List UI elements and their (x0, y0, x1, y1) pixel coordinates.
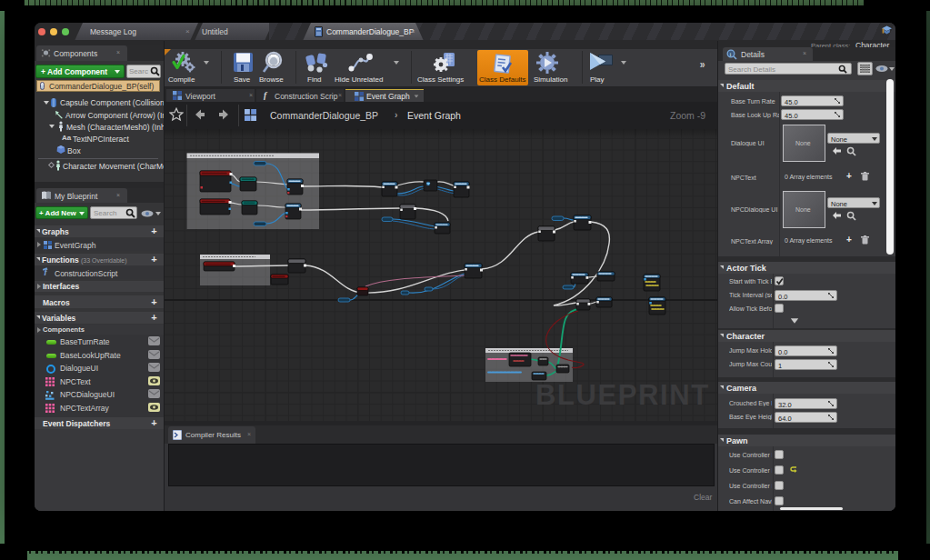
svg-text:i: i (729, 51, 731, 58)
svg-text:BLUEPRINT: BLUEPRINT (535, 379, 710, 411)
